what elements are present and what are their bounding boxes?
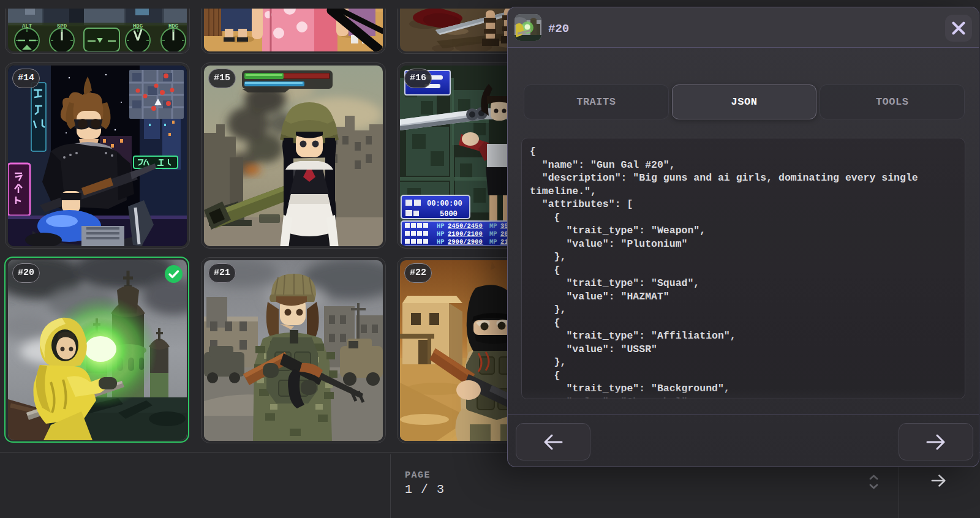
svg-text:HDG: HDG (133, 23, 143, 29)
svg-text:SPD: SPD (57, 23, 67, 29)
svg-text:HP: HP (437, 238, 445, 246)
svg-text:HP: HP (437, 230, 445, 238)
svg-text:MP: MP (489, 238, 497, 246)
svg-text:HP: HP (437, 222, 445, 230)
svg-text:MP: MP (489, 230, 497, 238)
svg-text:ALT: ALT (22, 23, 32, 29)
svg-text:00:00:00: 00:00:00 (427, 200, 462, 208)
svg-text:5000: 5000 (440, 210, 458, 219)
svg-text:HDG: HDG (168, 23, 178, 29)
svg-text:MP: MP (489, 222, 497, 230)
